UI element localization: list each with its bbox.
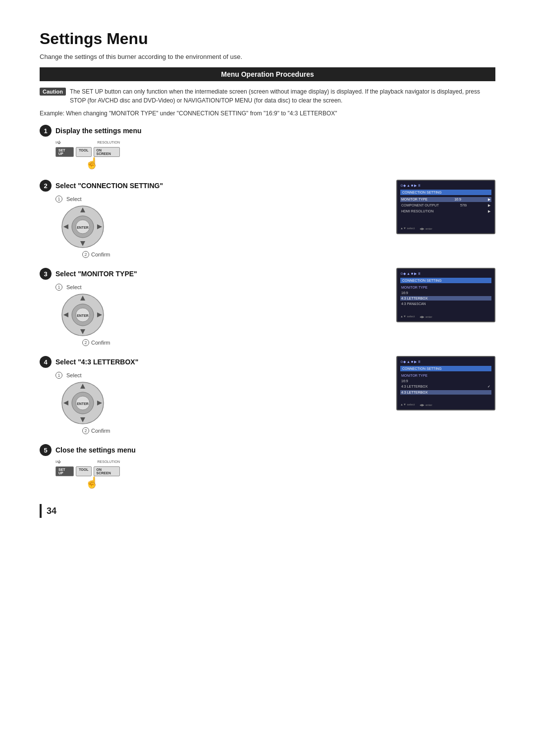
step-3-row2-label: 4:3 LETTERBOX [401, 297, 428, 300]
step-3-confirm-circle: 2 [82, 339, 89, 346]
step-2-row1-arrow: ▶ [488, 198, 490, 202]
caution-box: Caution The SET UP button can only funct… [40, 87, 495, 105]
step-3-screen-header: CONNECTION SETTING [400, 278, 491, 283]
step-4-screen-row-2: 4:3 LETTERBOX ✓ [400, 384, 491, 389]
section-header: Menu Operation Procedures [40, 67, 495, 81]
svg-text:ENTER: ENTER [77, 402, 89, 405]
step-4-dial: ENTER [60, 381, 105, 425]
step-4-footer-1: ▲▼ select [400, 403, 415, 406]
step-1-title-text: Display the settings menu [55, 127, 141, 135]
step-2-row3-label: HDMI RESOLUTION [401, 209, 433, 213]
svg-text:ENTER: ENTER [77, 314, 89, 317]
step-5-title-row: 5 Close the settings menu [40, 444, 386, 456]
step-2-select-circle: 1 [55, 196, 62, 202]
step-3-select-label: Select [66, 284, 82, 290]
step-2-row3-arrow: ▶ [488, 209, 490, 213]
svg-text:ENTER: ENTER [77, 226, 89, 229]
step-4-row1-label: 16:9 [401, 379, 408, 383]
step-5-content: I/⏻ RESOLUTION SET UP TOOL ON SCREEN ☝ [55, 460, 386, 489]
step-2-screen-row-1: MONITOR TYPE 16:9 ▶ [400, 197, 491, 202]
example-text: Example: When changing "MONITOR TYPE" un… [40, 110, 495, 117]
step-2-select-label: Select [66, 196, 82, 202]
step-4-screen-icons: ⊙◆ ▲ ■ ▶ ⏸ [400, 360, 491, 364]
step-3-select-row: 1 Select [55, 284, 82, 291]
step-1-row: 1 Display the settings menu I/⏻ RESOLUTI… [40, 125, 495, 170]
step-4-confirm-row: 2 Confirm [82, 427, 110, 434]
step-3-screen-icons: ⊙◆ ▲ ■ ▶ ⏸ [400, 272, 491, 276]
step-3-dial: ENTER [60, 293, 105, 337]
step-3-right: ⊙◆ ▲ ■ ▶ ⏸ CONNECTION SETTING MONITOR TY… [396, 268, 495, 322]
tool-btn-step1[interactable]: TOOL [76, 147, 91, 157]
setup-btn-step5[interactable]: SET UP [55, 466, 74, 476]
step-4-screen-row-1: 16:9 [400, 379, 491, 383]
setup-buttons-step1: SET UP TOOL ON SCREEN [55, 147, 120, 157]
page-number-bar [40, 504, 42, 518]
step-3-screen-row-2: 4:3 LETTERBOX [400, 296, 491, 301]
step-3-footer-2: ◀▶ enter [420, 315, 432, 318]
step-4-title-text: Select "4:3 LETTERBOX" [55, 358, 138, 366]
step-3-confirm-label: Confirm [91, 340, 110, 346]
step-4-row2-check: ✓ [487, 385, 490, 389]
step-4-title-row: 4 Select "4:3 LETTERBOX" [40, 356, 386, 368]
step-2-row1-label: MONITOR TYPE [401, 198, 428, 202]
power-icon-label-step1: I/⏻ [55, 141, 61, 144]
step-4-screen-row-sub: MONITOR TYPE [400, 373, 491, 378]
step-2-confirm-row: 2 Confirm [82, 251, 110, 258]
step-2-title-text: Select "CONNECTION SETTING" [55, 182, 163, 190]
step-3-dial-container: 1 Select ENTER 2 [55, 284, 386, 346]
step-4-row3-label: 4:3 LETTERBOX [401, 391, 428, 394]
step-3-footer-1: ▲▼ select [400, 315, 415, 318]
step-2-footer-2: ◀▶ enter [420, 227, 432, 230]
step-4-select-label: Select [66, 372, 82, 378]
caution-text: The SET UP button can only function when… [70, 87, 495, 105]
tool-btn-step5[interactable]: TOOL [76, 466, 91, 476]
step-4-screen: ⊙◆ ▲ ■ ▶ ⏸ CONNECTION SETTING MONITOR TY… [396, 356, 495, 410]
step-4-number: 4 [40, 356, 52, 368]
step-2-dial-container: 1 Select ENTER [55, 196, 386, 258]
step-2-right: ⊙◆ ▲ ■ ▶ ⏸ CONNECTION SETTING MONITOR TY… [396, 180, 495, 234]
hand-pointing-icon-step1: ☝ [85, 157, 99, 170]
step-3-number: 3 [40, 268, 52, 280]
step-3-row1-label: 16:9 [401, 291, 408, 295]
step-3-row3-label: 4:3 PAN&SCAN [401, 302, 426, 305]
step-4-confirm-circle: 2 [82, 427, 89, 434]
power-icon-label-step5: I/⏻ [55, 460, 61, 463]
step-3-screen-row-3: 4:3 PAN&SCAN [400, 302, 491, 306]
step-4-dial-container: 1 Select ENTER 2 [55, 372, 386, 434]
step-3-screen: ⊙◆ ▲ ■ ▶ ⏸ CONNECTION SETTING MONITOR TY… [396, 268, 495, 322]
step-3-row: 3 Select "MONITOR TYPE" 1 Select ENTER [40, 268, 495, 346]
step-2-screen-footer: ▲▼ select ◀▶ enter [400, 227, 491, 230]
caution-label: Caution [40, 88, 66, 96]
step-4-screen-footer: ▲▼ select ◀▶ enter [400, 403, 491, 406]
step-2-select-row: 1 Select [55, 196, 82, 202]
step-3-left: 3 Select "MONITOR TYPE" 1 Select ENTER [40, 268, 386, 346]
setup-btn-step1[interactable]: SET UP [55, 147, 74, 157]
step-5-left: 5 Close the settings menu I/⏻ RESOLUTION… [40, 444, 386, 489]
step-3-screen-row-1: 16:9 [400, 291, 491, 295]
setup-panel-step5: I/⏻ RESOLUTION SET UP TOOL ON SCREEN ☝ [55, 460, 120, 489]
step-2-confirm-label: Confirm [91, 252, 110, 257]
step-4-row: 4 Select "4:3 LETTERBOX" 1 Select ENTER [40, 356, 495, 434]
step-2-confirm-circle: 2 [82, 251, 89, 258]
page-number-section: 34 [40, 504, 495, 518]
step-2-screen-row-2: COMPONENT OUTPUT 576i ▶ [400, 203, 491, 208]
step-2-dial: ENTER [60, 204, 105, 249]
step-2-title-row: 2 Select "CONNECTION SETTING" [40, 180, 386, 192]
step-4-screen-row-3: 4:3 LETTERBOX [400, 390, 491, 395]
on-screen-btn-step1[interactable]: ON SCREEN [94, 147, 120, 157]
step-3-confirm-row: 2 Confirm [82, 339, 110, 346]
step-2-row2-label: COMPONENT OUTPUT [401, 203, 439, 207]
step-4-row2-label: 4:3 LETTERBOX [401, 385, 428, 389]
setup-buttons-step5: SET UP TOOL ON SCREEN [55, 466, 120, 476]
setup-top-labels-step1: I/⏻ RESOLUTION [55, 141, 120, 144]
step-1-content: I/⏻ RESOLUTION SET UP TOOL ON SCREEN ☝ [55, 141, 386, 170]
step-3-content: 1 Select ENTER 2 [55, 284, 386, 346]
page-number-text: 34 [47, 506, 56, 516]
step-3-screen-footer: ▲▼ select ◀▶ enter [400, 315, 491, 318]
step-4-sub-label: MONITOR TYPE [401, 374, 428, 377]
step-2-row: 2 Select "CONNECTION SETTING" 1 Select [40, 180, 495, 258]
step-5-row: 5 Close the settings menu I/⏻ RESOLUTION… [40, 444, 495, 489]
on-screen-btn-step5[interactable]: ON SCREEN [94, 466, 120, 476]
step-2-row2-arrow: ▶ [488, 203, 490, 207]
step-2-row2-value: 576i [460, 203, 467, 207]
